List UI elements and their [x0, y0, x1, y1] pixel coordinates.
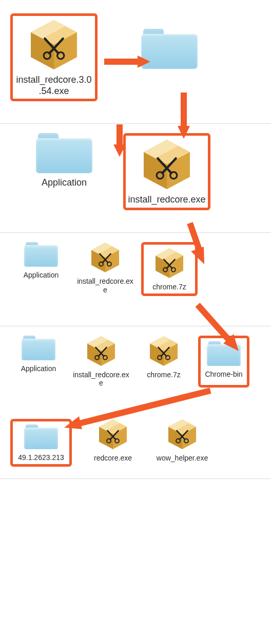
file-label: install_redcore.exe: [128, 194, 205, 206]
empty-folder[interactable]: [126, 29, 213, 101]
file-label: chrome.7z: [147, 371, 180, 379]
archive-icon: [139, 139, 195, 190]
file-label: install_redcore.exe: [77, 277, 133, 295]
folder-icon: [141, 29, 198, 69]
folder-icon: [24, 425, 58, 449]
file-label: chrome.7z: [152, 283, 186, 291]
archive-icon: [88, 242, 122, 273]
file-label: Application: [42, 177, 87, 189]
step-4-panel: Application install_redcore.exe chrome.7…: [0, 326, 271, 479]
file-chrome-7z-4[interactable]: chrome.7z: [136, 336, 192, 388]
archive-icon: [26, 19, 82, 70]
file-label: redcore.exe: [94, 454, 132, 463]
archive-icon: [152, 248, 186, 279]
folder-icon: [22, 336, 55, 360]
file-label: 49.1.2623.213: [18, 453, 64, 462]
step-2-panel: Application install_redcore.exe: [0, 124, 271, 233]
folder-icon: [24, 242, 58, 267]
folder-application-4[interactable]: Application: [10, 336, 67, 388]
folder-icon: [207, 341, 241, 366]
folder-application-2[interactable]: Application: [21, 133, 108, 210]
file-chrome-7z[interactable]: chrome.7z: [141, 242, 198, 296]
archive-icon: [165, 419, 199, 450]
archive-icon: [96, 419, 130, 450]
archive-icon: [147, 336, 181, 366]
file-label: install_redcore.3.0.54.exe: [15, 75, 93, 97]
file-wow-helper-exe[interactable]: wow_helper.exe: [154, 419, 210, 467]
file-label: Application: [24, 271, 59, 280]
file-install-redcore-exe[interactable]: install_redcore.exe: [123, 133, 210, 210]
file-install-redcore-3054[interactable]: install_redcore.3.0.54.exe: [10, 13, 98, 101]
folder-icon: [36, 133, 92, 173]
file-install-redcore-3[interactable]: install_redcore.exe: [77, 242, 133, 296]
file-label: Application: [21, 364, 56, 373]
file-install-redcore-4[interactable]: install_redcore.exe: [73, 336, 129, 388]
step-3-panel: Application install_redcore.exe chrome.7…: [0, 233, 271, 326]
folder-version[interactable]: 49.1.2623.213: [10, 419, 72, 467]
file-label: Chrome-bin: [205, 370, 242, 379]
file-redcore-exe[interactable]: redcore.exe: [85, 419, 141, 467]
folder-chrome-bin[interactable]: Chrome-bin: [198, 336, 249, 388]
step-1-panel: install_redcore.3.0.54.exe: [0, 0, 271, 124]
folder-application-3[interactable]: Application: [13, 242, 69, 296]
archive-icon: [84, 336, 118, 366]
file-label: wow_helper.exe: [157, 454, 208, 463]
file-label: install_redcore.exe: [73, 371, 129, 388]
